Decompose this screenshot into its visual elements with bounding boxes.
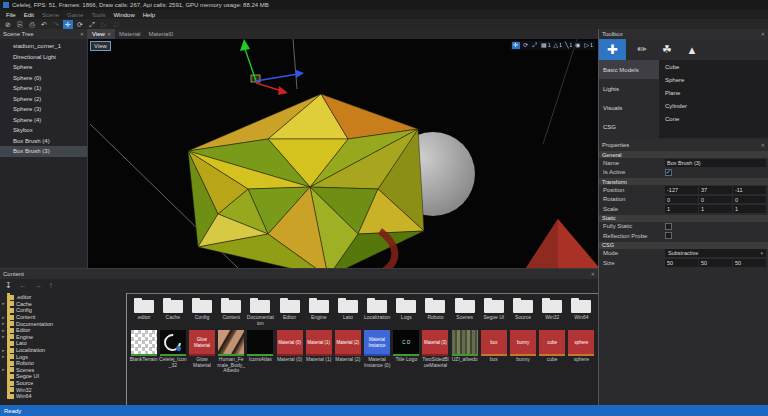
expand-arrow-icon[interactable]: ▸	[0, 315, 7, 320]
close-icon[interactable]: ✕	[761, 142, 765, 148]
folder-tile[interactable]: Localization	[363, 295, 392, 327]
folder-tile[interactable]: .editor	[129, 295, 158, 327]
scene-tree-item[interactable]: Sphere (2)	[0, 94, 87, 105]
grid-snap-icon[interactable]: ▦ 1	[541, 42, 550, 49]
viewport-canvas[interactable]: View ✛ ⟳ ⤢	[88, 39, 598, 268]
fully-static-checkbox[interactable]: ✔	[665, 223, 672, 230]
folder-tree-item[interactable]: ▸ Documentation	[0, 320, 126, 327]
camera-speed-icon[interactable]: ▷ 1	[585, 42, 593, 49]
position-field[interactable]: -11	[733, 186, 766, 194]
expand-arrow-icon[interactable]: ▸	[0, 354, 7, 359]
folder-tile[interactable]: Lato	[333, 295, 362, 327]
scene-tree-item[interactable]: Box Brush (3)	[0, 146, 87, 157]
asset-tile[interactable]: BlankTerrain	[129, 330, 158, 374]
redo-button[interactable]: ↷	[51, 20, 61, 29]
folder-tile[interactable]: Cache	[158, 295, 187, 327]
asset-tile[interactable]: Glow Material Glow Material	[187, 330, 216, 374]
terrain-tool[interactable]: ▲	[683, 39, 701, 60]
rotate-snap-icon[interactable]: △ 1	[554, 42, 562, 49]
menu-item[interactable]: Game	[63, 12, 87, 18]
menu-item[interactable]: Tools	[87, 12, 109, 18]
folder-tile[interactable]: Scenes	[450, 295, 479, 327]
folder-tile[interactable]: Logs	[392, 295, 421, 327]
menu-item[interactable]: Scene	[38, 12, 63, 18]
forward-button[interactable]: →	[34, 281, 42, 291]
asset-tile[interactable]: cube cube	[538, 330, 567, 374]
scale-field[interactable]: 1	[665, 205, 698, 213]
rotation-field[interactable]: 0	[733, 196, 766, 204]
expand-arrow-icon[interactable]: ▸	[0, 334, 7, 339]
toolbox-category[interactable]: Basic Models	[599, 60, 659, 79]
asset-tile[interactable]: box box	[479, 330, 508, 374]
toolbox-item[interactable]: Plane	[659, 86, 768, 99]
save-button[interactable]: ⎙	[27, 20, 37, 29]
folder-tree-item[interactable]: ▸ Content	[0, 314, 126, 321]
folder-tree-item[interactable]: ▸ Editor	[0, 327, 126, 334]
scene-tree-item[interactable]: Sphere (4)	[0, 115, 87, 126]
undo-button[interactable]: ↶	[39, 20, 49, 29]
folder-tree-item[interactable]: ▸ Engine	[0, 334, 126, 341]
toolbox-item[interactable]: Cylinder	[659, 99, 768, 112]
folder-tree-item[interactable]: ▸ Localization	[0, 347, 126, 354]
reflection-probe-checkbox[interactable]: ✔	[665, 232, 672, 239]
folder-tile[interactable]: Win64	[567, 295, 596, 327]
toolbox-category[interactable]: CSG	[599, 117, 659, 136]
folder-tile[interactable]: Config	[187, 295, 216, 327]
csg-mode-dropdown[interactable]: Substractive ▾	[665, 249, 766, 257]
toolbox-item[interactable]: Sphere	[659, 73, 768, 86]
asset-tile[interactable]: bunny bunny	[508, 330, 537, 374]
expand-arrow-icon[interactable]: ▸	[0, 328, 7, 333]
asset-tile[interactable]: Material (3) TwoSidedBlueMaterial	[421, 330, 450, 374]
up-button[interactable]: ↑	[49, 281, 53, 291]
scene-tree-item[interactable]: stadium_corner_1	[0, 41, 87, 52]
folder-tile[interactable]: Content	[217, 295, 246, 327]
folder-tree-item[interactable]: ▸ Win32	[0, 386, 126, 393]
scale-gizmo-icon[interactable]: ⤢	[532, 42, 538, 49]
size-field[interactable]: 50	[733, 259, 766, 267]
position-field[interactable]: 37	[699, 186, 732, 194]
toolbox-item[interactable]: Cone	[659, 112, 768, 125]
toolbox-category[interactable]: Visuals	[599, 98, 659, 117]
size-field[interactable]: 50	[665, 259, 698, 267]
scene-tree-item[interactable]: Directional Light	[0, 52, 87, 63]
scale-tool-button[interactable]: ⤢	[87, 20, 97, 29]
translate-gizmo-icon[interactable]: ✛	[512, 42, 520, 49]
viewport-tab[interactable]: View ✕	[88, 29, 115, 39]
scale-field[interactable]: 1	[699, 205, 732, 213]
folder-tile[interactable]: Editor	[275, 295, 304, 327]
folder-tree-item[interactable]: ▸ Config	[0, 307, 126, 314]
folder-tree-item[interactable]: ▸ Scenes	[0, 367, 126, 374]
scene-tree-item[interactable]: Sphere	[0, 62, 87, 73]
import-button[interactable]: ↧	[5, 281, 12, 291]
folder-tree-item[interactable]: ▸ Segoe UI	[0, 373, 126, 380]
folder-tile[interactable]: Documentation	[246, 295, 275, 327]
folder-tree-item[interactable]: ▸ Cache	[0, 301, 126, 308]
folder-tree-item[interactable]: ▸ Roboto	[0, 360, 126, 367]
scene-tree-item[interactable]: Skybox	[0, 125, 87, 136]
rotation-field[interactable]: 0	[699, 196, 732, 204]
celelej-logo-icon[interactable]: ⊘	[3, 20, 13, 29]
asset-tile[interactable]: C·D Title Logo	[392, 330, 421, 374]
expand-arrow-icon[interactable]: ▸	[0, 348, 7, 353]
asset-tile[interactable]: Celelej_Icon_32	[158, 330, 187, 374]
folder-tile[interactable]: Roboto	[421, 295, 450, 327]
folder-tree-item[interactable]: ▸ Win64	[0, 393, 126, 400]
asset-tile[interactable]: IconsAtlas	[246, 330, 275, 374]
rotation-field[interactable]: 0	[665, 196, 698, 204]
menu-item[interactable]: Window	[109, 12, 138, 18]
menu-item[interactable]: Help	[139, 12, 159, 18]
expand-arrow-icon[interactable]: ▸	[0, 301, 7, 306]
toolbox-category[interactable]: Lights	[599, 79, 659, 98]
asset-tile[interactable]: Material (0) Material (0)	[275, 330, 304, 374]
vertex-paint-tool[interactable]: ✏	[633, 39, 651, 60]
foliage-tool[interactable]: ☘	[658, 39, 676, 60]
close-icon[interactable]: ✕	[80, 31, 84, 37]
back-button[interactable]: ←	[19, 281, 27, 291]
scene-tree-item[interactable]: Sphere (3)	[0, 104, 87, 115]
asset-tile[interactable]: Material Instance Material Instance (0)	[363, 330, 392, 374]
asset-tile[interactable]: Human_Female_Body_Albedo	[217, 330, 246, 374]
folder-tree-item[interactable]: ▸ Source	[0, 380, 126, 387]
asset-tile[interactable]: UZI_albedo	[450, 330, 479, 374]
position-field[interactable]: -127	[665, 186, 698, 194]
asset-tile[interactable]: Material (1) Material (1)	[304, 330, 333, 374]
